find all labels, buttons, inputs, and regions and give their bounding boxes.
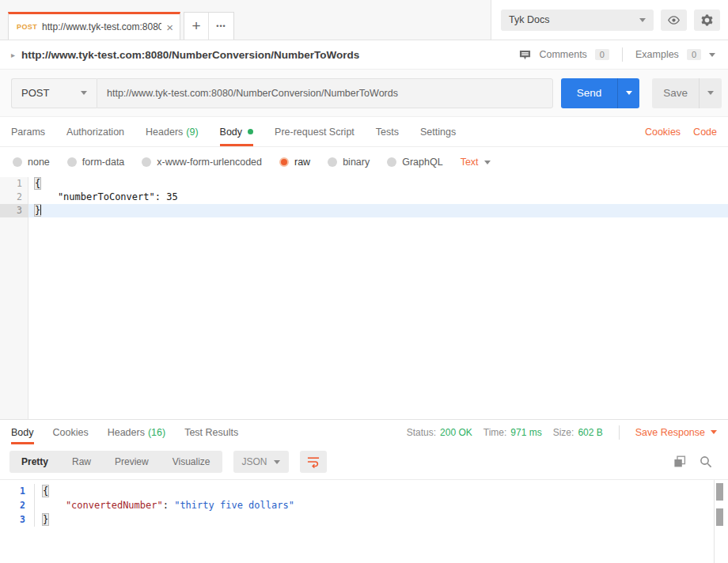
size-meta: Size:602 B <box>553 427 603 438</box>
radio-icon <box>387 157 396 167</box>
comments-count-badge: 0 <box>595 49 609 60</box>
size-value: 602 B <box>578 427 602 438</box>
comments-button[interactable]: Comments <box>539 49 586 60</box>
save-response-button[interactable]: Save Response <box>635 427 717 438</box>
request-tab[interactable]: POST http://www.tyk-test.com:8080... × <box>8 12 180 40</box>
more-tabs-button[interactable]: ••• <box>209 13 233 40</box>
environment-name: Tyk Docs <box>509 14 549 25</box>
radio-label: binary <box>343 157 370 168</box>
tab-params[interactable]: Params <box>11 117 45 146</box>
tab-pre-request-script[interactable]: Pre-request Script <box>275 117 355 146</box>
response-tabs-bar: Body Cookies Headers (16) Test Results S… <box>0 419 728 444</box>
code-text: { <box>35 484 728 498</box>
send-options-button[interactable] <box>617 78 639 108</box>
radio-icon <box>328 157 337 167</box>
tab-label: Pre-request Script <box>275 127 355 138</box>
close-tab-icon[interactable]: × <box>166 21 173 33</box>
line-number: 2 <box>0 498 35 512</box>
view-segmented-control: Pretty Raw Preview Visualize <box>9 451 222 473</box>
body-type-binary[interactable]: binary <box>328 157 370 168</box>
code-text: "convertedNumber": "thirty five dollars" <box>35 498 728 512</box>
environment-quick-look-button[interactable] <box>661 9 687 31</box>
tab-actions: + ••• <box>184 12 234 40</box>
raw-format-value: Text <box>461 157 479 168</box>
environment-select[interactable]: Tyk Docs <box>501 9 654 31</box>
response-tab-test-results[interactable]: Test Results <box>184 420 238 444</box>
json-key: "convertedNumber" <box>43 500 163 511</box>
chevron-down-icon <box>484 161 491 164</box>
radio-selected-icon <box>279 157 289 167</box>
line-number: 1 <box>0 484 35 498</box>
tab-body[interactable]: Body <box>220 117 254 146</box>
view-visualize[interactable]: Visualize <box>161 451 222 473</box>
url-input[interactable]: http://www.tyk-test.com:8080/NumberConve… <box>97 78 553 108</box>
body-type-form-data[interactable]: form-data <box>67 157 125 168</box>
tab-label: Headers <box>108 427 145 438</box>
search-icon[interactable] <box>700 455 712 468</box>
examples-button[interactable]: Examples <box>635 49 679 60</box>
disclosure-triangle-icon[interactable]: ▸ <box>11 51 15 59</box>
tab-settings[interactable]: Settings <box>420 117 456 146</box>
request-tabs-bar: Params Authorization Headers (9) Body Pr… <box>0 117 728 147</box>
request-builder-row: POST http://www.tyk-test.com:8080/Number… <box>0 70 728 117</box>
tab-headers[interactable]: Headers (9) <box>146 117 199 146</box>
raw-format-select[interactable]: Text <box>461 157 491 168</box>
tab-label: Test Results <box>184 427 238 438</box>
scrollbar-thumb[interactable] <box>716 483 723 501</box>
eye-icon <box>667 13 681 27</box>
status-label: Status: <box>407 427 436 438</box>
response-headers-count: (16) <box>148 427 165 438</box>
environment-area: Tyk Docs <box>491 0 728 40</box>
new-tab-button[interactable]: + <box>184 13 209 40</box>
editor-line: 1 { <box>0 177 728 191</box>
response-format-select[interactable]: JSON <box>233 451 289 473</box>
postman-app: POST http://www.tyk-test.com:8080... × +… <box>0 0 728 563</box>
response-tab-headers[interactable]: Headers (16) <box>108 420 165 444</box>
status-meta: Status:200 OK <box>407 427 472 438</box>
request-body-editor[interactable]: 1 { 2 "numberToConvert": 35 3 } <box>0 177 728 419</box>
response-tab-body[interactable]: Body <box>11 420 34 444</box>
request-links: Cookies Code <box>645 117 717 146</box>
scrollbar-thumb[interactable] <box>716 508 723 526</box>
view-pretty[interactable]: Pretty <box>9 451 60 473</box>
tab-label: Body <box>11 427 34 438</box>
line-number: 3 <box>0 512 35 527</box>
save-button[interactable]: Save <box>652 78 699 108</box>
view-raw[interactable]: Raw <box>60 451 103 473</box>
tab-authorization[interactable]: Authorization <box>66 117 124 146</box>
environment-settings-button[interactable] <box>694 9 720 31</box>
comments-icon <box>519 49 531 61</box>
body-type-graphql[interactable]: GraphQL <box>387 157 442 168</box>
body-type-x-www-form-urlencoded[interactable]: x-www-form-urlencoded <box>142 157 262 168</box>
editor-line: 2 "numberToConvert": 35 <box>0 191 728 204</box>
cookies-link[interactable]: Cookies <box>645 127 681 138</box>
body-type-none[interactable]: none <box>13 157 50 168</box>
send-button-group: Send <box>561 78 640 108</box>
view-preview[interactable]: Preview <box>103 451 161 473</box>
tab-label: Tests <box>376 127 399 138</box>
radio-label: form-data <box>82 157 125 168</box>
body-type-raw[interactable]: raw <box>279 157 310 168</box>
response-format-value: JSON <box>242 456 267 467</box>
copy-icon[interactable] <box>673 455 686 468</box>
json-string-value: "thirty five dollars" <box>174 500 294 511</box>
response-body-editor[interactable]: 1 { 2 "convertedNumber": "thirty five do… <box>0 479 728 563</box>
method-value: POST <box>21 87 49 99</box>
save-options-button[interactable] <box>699 78 722 108</box>
chevron-down-icon[interactable] <box>709 53 715 57</box>
radio-label: raw <box>294 157 310 168</box>
response-tab-cookies[interactable]: Cookies <box>53 420 89 444</box>
send-button[interactable]: Send <box>561 78 618 108</box>
code-link[interactable]: Code <box>693 127 717 138</box>
gear-icon <box>700 13 714 27</box>
chevron-down-icon <box>81 91 87 95</box>
tab-label: Headers <box>146 127 183 138</box>
divider <box>622 47 623 62</box>
wrap-lines-button[interactable] <box>300 451 327 473</box>
tab-tests[interactable]: Tests <box>376 117 399 146</box>
scrollbar-track <box>714 480 715 563</box>
method-select[interactable]: POST <box>11 78 97 108</box>
response-meta: Status:200 OK Time:971 ms Size:602 B Sav… <box>407 420 717 444</box>
radio-icon <box>13 157 22 167</box>
bracket: { <box>43 486 48 497</box>
